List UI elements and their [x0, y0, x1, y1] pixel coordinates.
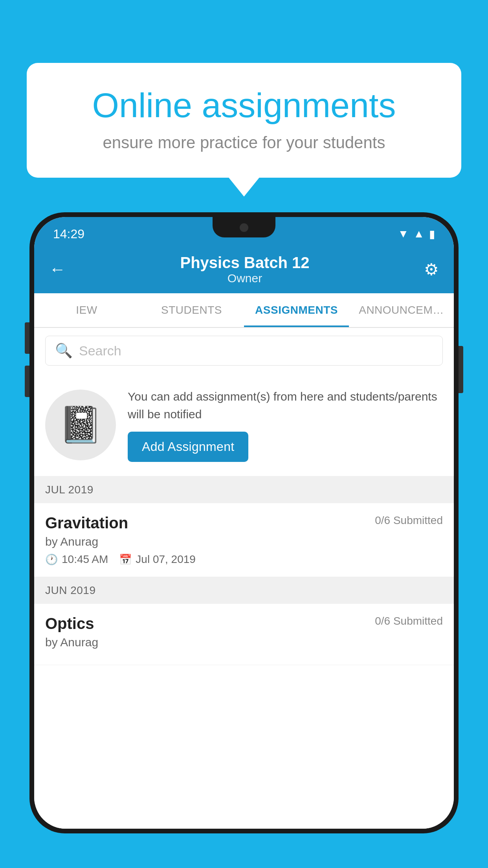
- phone-container: 14:29 ▼ ▲ ▮ ← Physics Batch 12 Owner ⚙: [29, 212, 459, 868]
- calendar-icon: 📅: [119, 554, 132, 566]
- promo-section: 📓 You can add assignment(s) from here an…: [34, 373, 454, 476]
- bubble-subtitle: ensure more practice for your students: [54, 133, 434, 152]
- wifi-icon: ▼: [398, 228, 409, 240]
- assignment-by: by Anurag: [45, 535, 443, 548]
- phone-frame: 14:29 ▼ ▲ ▮ ← Physics Batch 12 Owner ⚙: [29, 212, 459, 833]
- assignment-by-optics: by Anurag: [45, 636, 443, 649]
- section-header-jun: JUN 2019: [34, 577, 454, 604]
- header-title-group: Physics Batch 12 Owner: [180, 254, 309, 285]
- assignment-item-gravitation[interactable]: Gravitation 0/6 Submitted by Anurag 🕐 10…: [34, 503, 454, 577]
- phone-notch: [213, 217, 275, 237]
- assignment-title-optics: Optics: [45, 615, 94, 633]
- notebook-icon: 📓: [59, 404, 103, 445]
- status-time: 14:29: [53, 227, 84, 241]
- tab-iew[interactable]: IEW: [34, 293, 139, 327]
- clock-icon: 🕐: [45, 554, 58, 566]
- section-header-jul: JUL 2019: [34, 476, 454, 503]
- assignment-date-value: Jul 07, 2019: [136, 553, 196, 566]
- promo-text-side: You can add assignment(s) from here and …: [128, 388, 443, 462]
- search-box[interactable]: 🔍 Search: [45, 336, 443, 366]
- battery-icon: ▮: [429, 228, 435, 241]
- assignment-item-optics[interactable]: Optics 0/6 Submitted by Anurag: [34, 604, 454, 665]
- signal-icon: ▲: [413, 228, 424, 240]
- tab-announcements[interactable]: ANNOUNCEM…: [349, 293, 454, 327]
- assignment-date: 📅 Jul 07, 2019: [119, 553, 196, 566]
- settings-icon[interactable]: ⚙: [424, 260, 439, 279]
- assignment-time: 🕐 10:45 AM: [45, 553, 108, 566]
- search-placeholder: Search: [79, 343, 121, 359]
- search-container: 🔍 Search: [34, 328, 454, 373]
- status-icons: ▼ ▲ ▮: [398, 228, 435, 241]
- promo-icon-circle: 📓: [45, 390, 116, 460]
- tab-assignments[interactable]: ASSIGNMENTS: [244, 293, 349, 327]
- assignment-time-value: 10:45 AM: [62, 553, 108, 566]
- tabs-bar: IEW STUDENTS ASSIGNMENTS ANNOUNCEM…: [34, 293, 454, 328]
- assignment-title: Gravitation: [45, 514, 128, 532]
- tab-students[interactable]: STUDENTS: [139, 293, 244, 327]
- volume-up-button: [25, 322, 29, 354]
- add-assignment-button[interactable]: Add Assignment: [128, 432, 248, 462]
- promo-description: You can add assignment(s) from here and …: [128, 388, 443, 423]
- front-camera: [240, 223, 248, 232]
- volume-down-button: [25, 366, 29, 397]
- header-title: Physics Batch 12: [180, 254, 309, 272]
- phone-screen: 14:29 ▼ ▲ ▮ ← Physics Batch 12 Owner ⚙: [34, 217, 454, 829]
- content-area: 🔍 Search 📓 You can add assignment(s) fro…: [34, 328, 454, 829]
- assignment-submitted: 0/6 Submitted: [375, 514, 443, 527]
- assignment-submitted-optics: 0/6 Submitted: [375, 615, 443, 627]
- speech-bubble-container: Online assignments ensure more practice …: [27, 63, 461, 178]
- search-icon: 🔍: [55, 342, 73, 359]
- speech-bubble: Online assignments ensure more practice …: [27, 63, 461, 178]
- power-button: [459, 346, 463, 393]
- app-header: ← Physics Batch 12 Owner ⚙: [34, 245, 454, 293]
- assignment-top-row: Gravitation 0/6 Submitted: [45, 514, 443, 532]
- assignment-top-row-optics: Optics 0/6 Submitted: [45, 615, 443, 633]
- bubble-title: Online assignments: [54, 86, 434, 125]
- assignment-meta: 🕐 10:45 AM 📅 Jul 07, 2019: [45, 553, 443, 566]
- header-subtitle: Owner: [180, 272, 309, 285]
- back-button[interactable]: ←: [49, 260, 66, 279]
